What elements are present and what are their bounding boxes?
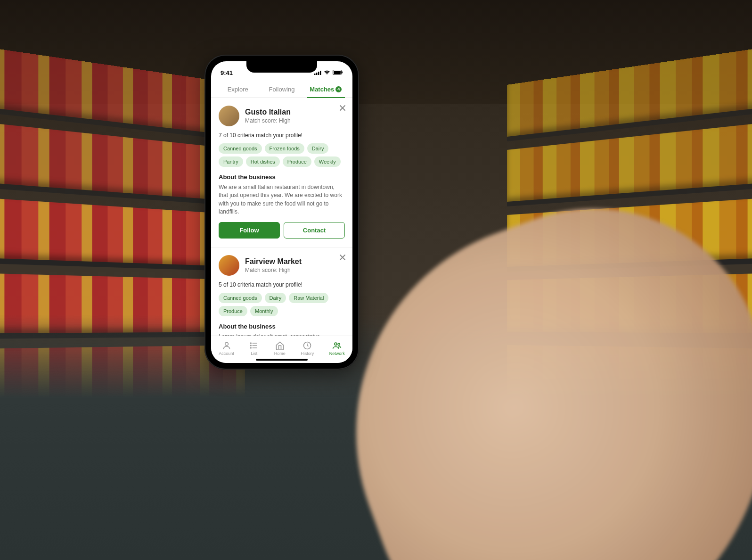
close-icon[interactable] <box>339 254 346 263</box>
match-score: Match score: High <box>245 267 302 273</box>
pill: Produce <box>283 156 311 167</box>
tab-matches-label: Matches <box>310 86 334 93</box>
pill: Pantry <box>219 156 243 167</box>
match-score: Match score: High <box>245 117 291 124</box>
business-name: Gusto Italian <box>245 108 291 116</box>
phone-notch <box>246 61 317 73</box>
about-heading: About the business <box>219 173 345 181</box>
network-icon <box>332 341 342 350</box>
svg-rect-6 <box>342 71 343 73</box>
pill: Dairy <box>265 293 286 303</box>
nav-home[interactable]: Home <box>274 341 286 356</box>
svg-rect-1 <box>316 73 318 75</box>
home-indicator <box>256 359 308 361</box>
svg-point-12 <box>251 345 252 346</box>
pill-list: Canned goods Frozen foods Dairy Pantry H… <box>219 143 345 167</box>
signal-icon <box>314 69 321 76</box>
match-card: Fairview Market Match score: High 5 of 1… <box>211 247 352 337</box>
bottom-nav: Account List Home History Network <box>211 336 352 363</box>
close-icon[interactable] <box>339 105 346 113</box>
svg-point-15 <box>335 343 337 345</box>
home-icon <box>275 341 285 350</box>
nav-history[interactable]: History <box>301 341 314 356</box>
nav-account[interactable]: Account <box>219 341 234 356</box>
tab-matches[interactable]: Matches 4 <box>304 82 348 98</box>
svg-point-11 <box>251 343 252 344</box>
top-tabs: Explore Following Matches 4 <box>211 79 352 98</box>
content-scroll[interactable]: Gusto Italian Match score: High 7 of 10 … <box>211 98 352 337</box>
svg-point-13 <box>251 347 252 348</box>
avatar <box>219 106 239 126</box>
tab-following[interactable]: Following <box>260 82 303 98</box>
tab-explore[interactable]: Explore <box>216 82 260 98</box>
phone-screen: 9:41 Explore Following Matches 4 <box>211 61 352 363</box>
pill: Hot dishes <box>246 156 280 167</box>
nav-network[interactable]: Network <box>329 341 345 356</box>
svg-point-7 <box>225 342 228 346</box>
nav-label: List <box>251 351 257 356</box>
nav-label: Home <box>274 351 286 356</box>
pill: Canned goods <box>219 143 262 154</box>
pill: Dairy <box>307 143 329 154</box>
pill: Weekly <box>314 156 341 167</box>
svg-point-16 <box>338 343 340 345</box>
svg-rect-5 <box>334 71 341 74</box>
svg-rect-2 <box>318 72 319 75</box>
criteria-line: 7 of 10 criteria match your profile! <box>219 132 345 139</box>
nav-label: History <box>301 351 314 356</box>
criteria-line: 5 of 10 criteria match your profile! <box>219 281 345 288</box>
pill-list: Canned goods Dairy Raw Material Produce … <box>219 293 345 316</box>
nav-label: Account <box>219 351 234 356</box>
svg-rect-0 <box>314 74 316 75</box>
contact-button[interactable]: Contact <box>284 222 345 239</box>
pill: Raw Material <box>289 293 328 303</box>
battery-icon <box>333 69 343 76</box>
business-name: Fairview Market <box>245 257 302 266</box>
tab-explore-label: Explore <box>228 86 248 93</box>
pill: Monthly <box>250 306 278 316</box>
status-time: 9:41 <box>221 69 233 76</box>
phone-frame: 9:41 Explore Following Matches 4 <box>204 55 359 370</box>
match-card: Gusto Italian Match score: High 7 of 10 … <box>211 98 352 247</box>
history-icon <box>302 341 312 350</box>
avatar <box>219 255 239 276</box>
pill: Frozen foods <box>265 143 304 154</box>
nav-list[interactable]: List <box>249 341 259 356</box>
tab-following-label: Following <box>269 86 295 93</box>
svg-rect-3 <box>320 71 321 75</box>
background-scene <box>0 0 752 560</box>
business-description: We are a small Italian restaurant in dow… <box>219 183 345 216</box>
wifi-icon <box>324 69 330 76</box>
pill: Canned goods <box>219 293 262 303</box>
list-icon <box>249 341 259 350</box>
nav-label: Network <box>329 351 345 356</box>
account-icon <box>222 341 231 350</box>
pill: Produce <box>219 306 247 316</box>
about-heading: About the business <box>219 323 345 330</box>
follow-button[interactable]: Follow <box>219 222 280 239</box>
matches-badge: 4 <box>335 86 342 92</box>
